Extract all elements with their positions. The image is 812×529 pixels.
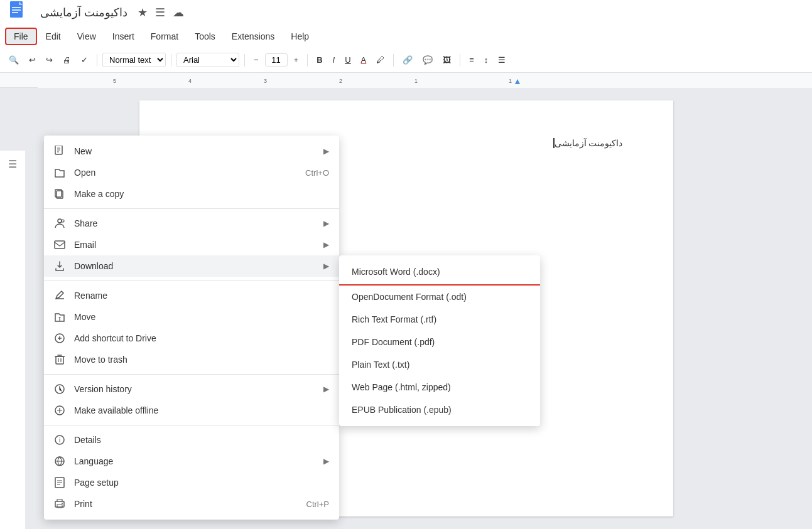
menu-item-page-setup[interactable]: Page setup <box>44 472 339 493</box>
copy-label: Make a copy <box>74 189 329 199</box>
download-submenu: Microsoft Word (.docx) OpenDocument Form… <box>339 255 540 426</box>
submenu-rtf[interactable]: Rich Text Format (.rtf) <box>339 308 540 331</box>
menu-item-move[interactable]: Move <box>44 306 339 328</box>
divider-2 <box>44 281 339 281</box>
menu-tools[interactable]: Tools <box>187 29 223 44</box>
document-text: داکیومنت آزمایشی <box>555 138 623 148</box>
menu-item-language[interactable]: Language ▶ <box>44 451 339 472</box>
font-size-input[interactable] <box>265 53 288 67</box>
language-arrow: ▶ <box>323 457 329 466</box>
font-color-btn[interactable]: A <box>357 53 371 67</box>
menu-insert[interactable]: Insert <box>105 29 142 44</box>
svg-text:i: i <box>59 437 60 444</box>
svg-text:1: 1 <box>509 78 512 84</box>
font-increase-btn[interactable]: + <box>290 53 303 67</box>
menu-help[interactable]: Help <box>283 29 317 44</box>
submenu-pdf[interactable]: PDF Document (.pdf) <box>339 331 540 353</box>
copy-icon <box>54 188 67 200</box>
highlight-btn[interactable]: 🖊 <box>372 53 388 67</box>
trash-icon <box>54 354 67 365</box>
offline-label: Make available offline <box>74 405 329 415</box>
shortcut-icon <box>54 333 67 344</box>
print-btn[interactable]: 🖨 <box>59 53 75 67</box>
svg-text:2: 2 <box>339 78 342 84</box>
download-arrow: ▶ <box>323 262 329 270</box>
version-label: Version history <box>74 384 323 394</box>
sidebar-left: ☰ <box>0 151 25 529</box>
spellcheck-btn[interactable]: ✓ <box>77 53 92 67</box>
menu-item-share[interactable]: Share ▶ <box>44 213 339 234</box>
ruler-svg: 5 4 3 2 1 1 <box>38 73 812 88</box>
italic-btn[interactable]: I <box>329 53 339 67</box>
share-icon <box>54 218 67 229</box>
svg-rect-4 <box>12 9 21 11</box>
main-area: ☰ داکیومنت آزمایشی New ▶ Open Ctrl+O <box>0 88 812 529</box>
link-btn[interactable]: 🔗 <box>399 53 416 67</box>
submenu-txt[interactable]: Plain Text (.txt) <box>339 353 540 376</box>
app-logo <box>8 1 30 24</box>
language-icon <box>54 456 67 467</box>
svg-point-21 <box>62 220 64 222</box>
menu-item-copy[interactable]: Make a copy <box>44 183 339 205</box>
download-icon <box>54 260 67 272</box>
menu-edit[interactable]: Edit <box>38 29 68 44</box>
rename-icon <box>54 290 67 301</box>
search-toolbar-btn[interactable]: 🔍 <box>5 53 23 67</box>
menu-item-shortcut[interactable]: Add shortcut to Drive <box>44 328 339 349</box>
submenu-odt[interactable]: OpenDocument Format (.odt) <box>339 286 540 308</box>
language-label: Language <box>74 456 323 466</box>
menu-item-details[interactable]: i Details <box>44 429 339 451</box>
menu-bar: File Edit View Insert Format Tools Exten… <box>0 25 812 48</box>
shortcut-label: Add shortcut to Drive <box>74 333 329 343</box>
submenu-docx[interactable]: Microsoft Word (.docx) <box>339 260 540 286</box>
download-label: Download <box>74 261 323 271</box>
font-select[interactable]: Arial <box>176 53 239 67</box>
undo-btn[interactable]: ↩ <box>25 53 40 67</box>
share-label: Share <box>74 218 323 228</box>
menu-extensions[interactable]: Extensions <box>224 29 282 44</box>
comment-btn[interactable]: 💬 <box>419 53 436 67</box>
ruler: 5 4 3 2 1 1 <box>0 73 812 88</box>
bold-btn[interactable]: B <box>313 53 326 67</box>
svg-rect-26 <box>56 356 63 364</box>
image-btn[interactable]: 🖼 <box>439 53 455 67</box>
font-decrease-btn[interactable]: − <box>250 53 263 67</box>
svg-rect-22 <box>55 241 65 248</box>
menu-item-trash[interactable]: Move to trash <box>44 349 339 370</box>
menu-view[interactable]: View <box>70 29 104 44</box>
menu-icon[interactable]: ☰ <box>155 6 165 19</box>
line-spacing-btn[interactable]: ↕ <box>480 53 492 67</box>
toolbar-divider-3 <box>244 54 245 67</box>
underline-btn[interactable]: U <box>341 53 354 67</box>
cloud-icon[interactable]: ☁ <box>173 6 184 19</box>
list-btn[interactable]: ☰ <box>494 53 509 67</box>
menu-item-rename[interactable]: Rename <box>44 285 339 306</box>
svg-text:5: 5 <box>113 78 116 84</box>
menu-format[interactable]: Format <box>143 29 186 44</box>
svg-point-20 <box>58 219 62 223</box>
toolbar-divider-5 <box>393 54 394 67</box>
menu-item-version[interactable]: Version history ▶ <box>44 378 339 400</box>
menu-item-open[interactable]: Open Ctrl+O <box>44 162 339 183</box>
menu-item-email[interactable]: Email ▶ <box>44 234 339 255</box>
menu-item-print[interactable]: Print Ctrl+P <box>44 493 339 515</box>
open-shortcut: Ctrl+O <box>305 168 329 178</box>
menu-file[interactable]: File <box>5 28 37 45</box>
submenu-epub[interactable]: EPUB Publication (.epub) <box>339 398 540 421</box>
move-label: Move <box>74 312 329 322</box>
star-icon[interactable]: ★ <box>138 6 148 19</box>
outline-icon[interactable]: ☰ <box>6 156 19 173</box>
svg-text:4: 4 <box>188 78 192 84</box>
menu-item-offline[interactable]: Make available offline <box>44 400 339 421</box>
rename-label: Rename <box>74 291 329 301</box>
title-bar: داکیومنت آزمایشی ★ ☰ ☁ <box>0 0 812 25</box>
toolbar-divider-1 <box>97 54 97 67</box>
redo-btn[interactable]: ↪ <box>42 53 57 67</box>
file-dropdown-menu: New ▶ Open Ctrl+O Make a copy Share ▶ <box>44 136 339 520</box>
menu-item-download[interactable]: Download ▶ Microsoft Word (.docx) OpenDo… <box>44 255 339 277</box>
menu-item-new[interactable]: New ▶ <box>44 141 339 162</box>
align-btn[interactable]: ≡ <box>465 53 478 67</box>
style-select[interactable]: Normal text <box>102 53 166 67</box>
submenu-html[interactable]: Web Page (.html, zipped) <box>339 376 540 398</box>
offline-icon <box>54 405 67 416</box>
